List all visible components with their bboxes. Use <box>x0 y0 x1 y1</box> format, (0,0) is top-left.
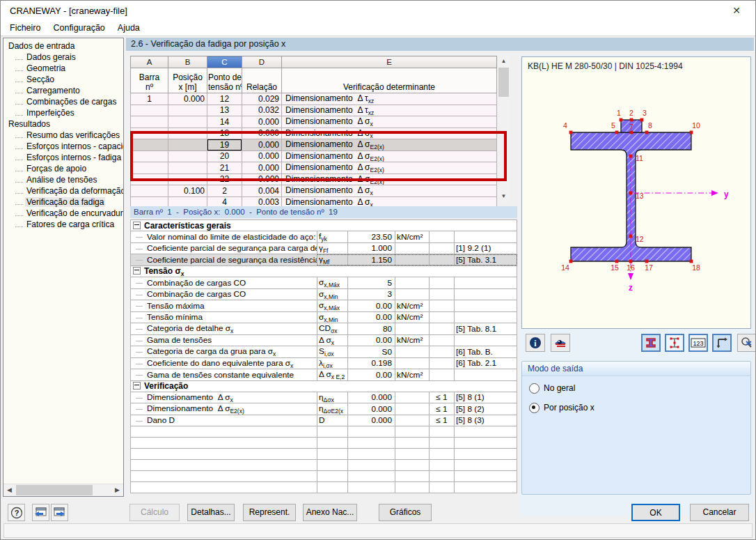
cell-posicao[interactable] <box>168 116 207 128</box>
cell-relacao[interactable]: 0.000 <box>242 139 282 151</box>
details-row[interactable]: Tensão máximaσx,Máx0.00kN/cm² <box>131 300 517 312</box>
scroll-right-icon[interactable]: ▶ <box>111 484 123 496</box>
cell-barra[interactable] <box>131 185 168 197</box>
cell-verificacao[interactable]: Dimensionamento Δ σE2(x) <box>282 139 497 151</box>
sidebar-section-label[interactable]: Resultados <box>3 118 123 130</box>
menu-item-ficheiro[interactable]: Ficheiro <box>3 22 47 34</box>
details-row[interactable]: Categoria de detalhe σxCDσx80[5] Tab. 8.… <box>131 323 517 335</box>
cell-ponto[interactable]: 19 <box>207 139 242 151</box>
cell-verificacao[interactable]: Dimensionamento Δ σx <box>282 185 497 197</box>
sidebar-horizontal-scrollbar[interactable]: ◀ ▶ <box>3 484 123 496</box>
sidebar-item[interactable]: Verificação da fadiga <box>3 196 123 208</box>
sidebar-section-label[interactable]: Dados de entrada <box>3 40 123 52</box>
details-section-header[interactable]: Verificação <box>131 380 517 392</box>
details-row[interactable]: Dano DD0.000≤ 1[5] 8 (3) <box>131 415 517 426</box>
ok-button[interactable]: OK <box>631 504 680 521</box>
cell-verificacao[interactable]: Dimensionamento Δ τxz <box>282 105 497 116</box>
national-annex-button[interactable]: Anexo Nac... <box>303 504 357 521</box>
menu-item-ajuda[interactable]: Ajuda <box>111 22 146 34</box>
details-button[interactable]: Detalhas... <box>187 504 235 521</box>
cell-verificacao[interactable]: Dimensionamento Δ τxz <box>282 93 497 105</box>
sidebar-item[interactable]: Resumo das verificações <box>3 130 123 141</box>
details-row[interactable]: Combinação de cargas COσx,Min3 <box>131 288 517 300</box>
cell-barra[interactable] <box>131 151 168 162</box>
cell-relacao[interactable]: 0.000 <box>242 162 282 174</box>
cell-ponto[interactable]: 18 <box>207 128 242 139</box>
cell-verificacao[interactable]: Dimensionamento Δ σE2(x) <box>282 173 497 185</box>
render-3d-button[interactable]: Represent. 3D <box>243 504 296 521</box>
details-section-header[interactable]: Tensão σx <box>131 265 517 277</box>
details-row[interactable]: Coeficiente parcial de segurança da resi… <box>131 254 517 266</box>
sidebar-item[interactable]: Forças de apoio <box>3 163 123 174</box>
next-window-button[interactable] <box>51 504 68 521</box>
sidebar-item[interactable]: Fatores de carga crítica <box>3 219 123 230</box>
cell-relacao[interactable]: 0.004 <box>242 185 282 197</box>
details-row[interactable]: Combinação de cargas COσx,Máx5 <box>131 277 517 289</box>
details-row[interactable]: Valor nominal do limite de elasticidade … <box>131 231 517 243</box>
column-letter-C[interactable]: C <box>207 56 242 68</box>
zoom-reset-button[interactable] <box>737 334 756 352</box>
details-row[interactable]: Dimensionamento Δ σE2(x)ηΔσE2(x0.000≤ 1[… <box>131 403 517 415</box>
scroll-up-icon[interactable]: ▲ <box>498 56 510 67</box>
cell-ponto[interactable]: 22 <box>207 173 242 185</box>
radio-button[interactable] <box>529 383 540 394</box>
cell-relacao[interactable]: 0.000 <box>242 116 282 128</box>
close-icon[interactable]: ✕ <box>725 3 748 18</box>
radio-button[interactable] <box>529 403 540 413</box>
scrollbar-thumb[interactable] <box>16 485 93 495</box>
cell-ponto[interactable]: 2 <box>207 185 242 197</box>
cell-ponto[interactable]: 21 <box>207 162 242 174</box>
cell-barra[interactable] <box>131 139 168 151</box>
help-button[interactable]: ? <box>8 504 25 521</box>
sidebar-item[interactable]: Verificação de encurvadura local <box>3 208 123 219</box>
collapse-icon[interactable] <box>133 222 141 229</box>
cell-posicao[interactable] <box>168 162 207 174</box>
numbering-button[interactable]: 123 <box>688 334 708 352</box>
sidebar-item[interactable]: Geometria <box>3 63 123 74</box>
sidebar-item[interactable]: Dados gerais <box>3 52 123 63</box>
cell-verificacao[interactable]: Dimensionamento Δ σE2(x) <box>282 151 497 162</box>
cell-posicao[interactable] <box>168 151 207 162</box>
sidebar-item[interactable]: Esforços internos - fadiga <box>3 152 123 163</box>
scrollbar-thumb[interactable] <box>498 68 509 97</box>
sidebar-item[interactable]: Verificação da deformação <box>3 185 123 196</box>
cell-posicao[interactable] <box>168 139 207 151</box>
cell-ponto[interactable]: 14 <box>207 116 242 128</box>
cell-barra[interactable] <box>131 128 168 139</box>
sidebar-item[interactable]: Imperfeições <box>3 107 123 118</box>
cell-relacao[interactable]: 0.000 <box>242 128 282 139</box>
cell-ponto[interactable]: 20 <box>207 151 242 162</box>
sidebar-item[interactable]: Secção <box>3 74 123 85</box>
cell-relacao[interactable]: 0.032 <box>242 105 282 116</box>
details-row[interactable]: Dimensionamento Δ σxηΔσx0.000≤ 1[5] 8 (1… <box>131 392 517 403</box>
column-letter-A[interactable]: A <box>131 56 168 68</box>
column-letter-B[interactable]: B <box>168 56 207 68</box>
collapse-icon[interactable] <box>133 267 141 275</box>
cell-verificacao[interactable]: Dimensionamento Δ σx <box>282 116 497 128</box>
cell-barra[interactable] <box>131 105 168 116</box>
cancel-button[interactable]: Cancelar <box>690 504 749 521</box>
cell-ponto[interactable]: 12 <box>207 93 242 105</box>
details-row[interactable]: Coeficiente parcial de segurança para ca… <box>131 242 517 254</box>
cell-ponto[interactable]: 13 <box>207 105 242 116</box>
cell-barra[interactable] <box>131 162 168 174</box>
cell-posicao[interactable] <box>168 173 207 185</box>
show-section-button[interactable] <box>641 334 661 352</box>
cell-relacao[interactable]: 0.029 <box>242 93 282 105</box>
cell-relacao[interactable]: 0.000 <box>242 151 282 162</box>
sidebar-item[interactable]: Combinações de cargas <box>3 96 123 107</box>
cell-posicao[interactable]: 0.000 <box>168 93 207 105</box>
cell-verificacao[interactable]: Dimensionamento Δ σE2(x) <box>282 162 497 174</box>
scroll-down-icon[interactable]: ▼ <box>498 191 510 202</box>
axes-button[interactable] <box>712 334 732 352</box>
display-properties-button[interactable] <box>551 334 570 352</box>
details-row[interactable]: Tensão mínimaσx,Min0.00kN/cm² <box>131 311 517 323</box>
collapse-icon[interactable] <box>133 382 141 389</box>
details-section-header[interactable]: Características gerais <box>131 220 517 231</box>
cell-barra[interactable]: 1 <box>131 93 168 105</box>
details-row[interactable]: Gama de tensõesΔ σx0.00kN/cm² <box>131 334 517 346</box>
details-row[interactable]: Categoria de carga da grua para σxSi,σxS… <box>131 346 517 358</box>
cell-relacao[interactable]: 0.000 <box>242 173 282 185</box>
column-letter-D[interactable]: D <box>242 56 282 68</box>
cell-posicao[interactable] <box>168 105 207 116</box>
